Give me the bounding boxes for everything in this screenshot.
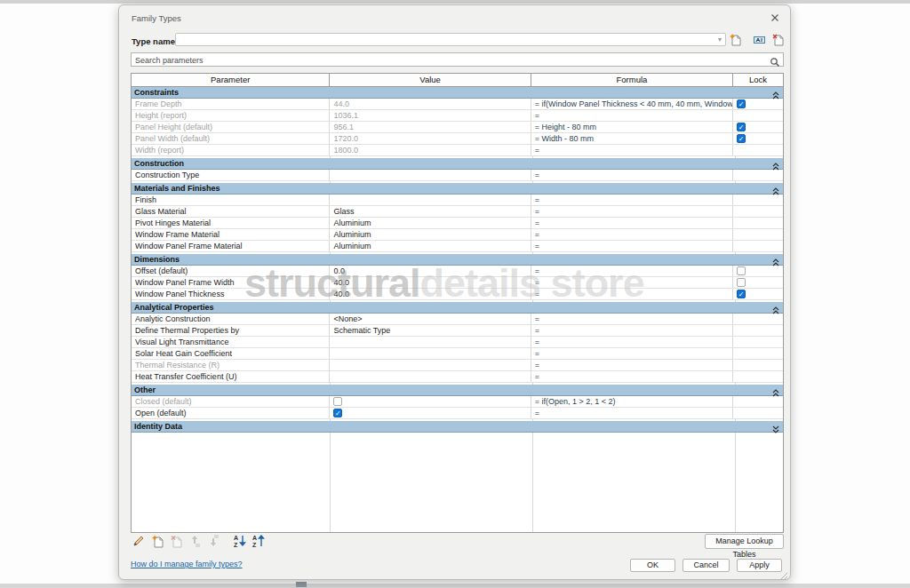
table-row: Window Panel Thickness40.0=✓ [132, 289, 783, 300]
formula-cell[interactable]: = [531, 371, 733, 382]
formula-cell[interactable]: = [531, 218, 733, 228]
apply-button[interactable]: Apply [737, 559, 782, 572]
value-cell[interactable]: 40.0 [330, 289, 531, 299]
section-header[interactable]: Analytical Properties [132, 302, 783, 314]
move-parameter-down-icon[interactable] [206, 534, 220, 548]
column-header-value[interactable]: Value [330, 74, 531, 86]
delete-type-button[interactable] [771, 33, 785, 46]
chevrons-up-icon[interactable] [772, 303, 779, 319]
value-checkbox[interactable] [333, 397, 342, 406]
param-cell: Define Thermal Properties by [132, 325, 330, 336]
edit-parameter-icon[interactable] [132, 534, 146, 548]
value-cell[interactable]: 1036.1 [330, 110, 531, 121]
value-cell[interactable] [330, 170, 531, 180]
section-header[interactable]: Identity Data [132, 421, 783, 433]
help-link[interactable]: How do I manage family types? [131, 560, 243, 568]
value-cell[interactable]: 44.0 [330, 99, 531, 109]
formula-cell[interactable]: = [531, 110, 733, 121]
lock-checkbox[interactable] [737, 266, 746, 275]
background-notch [296, 582, 307, 587]
lock-checkbox[interactable]: ✓ [737, 99, 746, 108]
formula-cell[interactable]: = [531, 170, 733, 180]
formula-cell[interactable]: = [531, 314, 733, 324]
section-header[interactable]: Constraints [132, 87, 783, 99]
value-cell[interactable] [330, 195, 531, 205]
formula-cell[interactable]: = [531, 266, 733, 276]
value-cell[interactable] [330, 348, 531, 359]
value-cell[interactable]: Schematic Type [330, 325, 531, 336]
lock-cell [733, 360, 783, 370]
cancel-button[interactable]: Cancel [682, 559, 730, 572]
lock-checkbox[interactable]: ✓ [737, 290, 746, 298]
value-cell[interactable]: Glass [330, 206, 531, 217]
value-checkbox[interactable]: ✓ [333, 409, 342, 417]
chevrons-down-icon[interactable] [772, 422, 779, 438]
formula-cell[interactable]: = Height - 80 mm [531, 122, 733, 132]
formula-cell[interactable]: = [531, 289, 733, 299]
lock-checkbox[interactable] [737, 278, 746, 287]
ok-button[interactable]: OK [630, 559, 675, 572]
chevrons-up-icon[interactable] [772, 159, 779, 175]
new-type-button[interactable] [729, 33, 742, 46]
value-cell[interactable]: 40.0 [330, 277, 531, 288]
lock-checkbox[interactable]: ✓ [737, 134, 746, 143]
value-cell[interactable] [330, 371, 531, 382]
resize-grip-icon[interactable] [779, 568, 788, 577]
sort-ascending-icon[interactable]: AZ [233, 534, 247, 548]
value-cell[interactable]: 0.0 [330, 266, 531, 276]
lock-cell [733, 325, 783, 336]
rename-type-button[interactable] [753, 33, 766, 46]
chevrons-up-icon[interactable] [772, 184, 779, 200]
chevrons-up-icon[interactable] [772, 255, 779, 271]
value-cell[interactable] [330, 396, 531, 407]
formula-cell[interactable]: = if(Open, 1 > 2, 1 < 2) [531, 396, 733, 407]
chevrons-up-icon[interactable] [772, 385, 779, 401]
value-cell[interactable]: <None> [330, 314, 531, 324]
value-cell[interactable]: Aluminium [330, 241, 531, 251]
formula-cell[interactable]: = [531, 360, 733, 370]
value-cell[interactable]: 956.1 [330, 122, 531, 132]
section-header[interactable]: Other [132, 385, 783, 396]
value-cell[interactable]: ✓ [330, 408, 531, 418]
value-cell[interactable]: 1720.0 [330, 133, 531, 144]
manage-lookup-tables-button[interactable]: Manage Lookup Tables [705, 534, 784, 549]
formula-cell[interactable]: = [531, 277, 733, 288]
chevrons-up-icon[interactable] [772, 88, 779, 104]
table-row: Height (report)1036.1= [132, 110, 783, 122]
section-header[interactable]: Materials and Finishes [132, 183, 783, 195]
formula-cell[interactable]: = [531, 241, 733, 251]
formula-cell[interactable]: = [531, 337, 733, 347]
formula-cell[interactable]: = [531, 145, 733, 155]
search-input[interactable] [135, 54, 766, 66]
column-header-formula[interactable]: Formula [531, 74, 733, 86]
value-cell[interactable]: Aluminium [330, 229, 531, 240]
formula-cell[interactable]: = if(Window Panel Thickness < 40 mm, 40 … [531, 99, 733, 109]
param-cell: Finish [132, 195, 330, 205]
formula-cell[interactable]: = [531, 325, 733, 336]
type-name-select[interactable]: ▾ [175, 33, 726, 46]
column-header-parameter[interactable]: Parameter [132, 74, 330, 86]
section-header[interactable]: Dimensions [132, 254, 783, 266]
value-cell[interactable]: 1800.0 [330, 145, 531, 155]
formula-cell[interactable]: = [531, 348, 733, 359]
new-parameter-icon[interactable] [150, 534, 164, 548]
formula-cell[interactable]: = [531, 206, 733, 217]
value-cell[interactable]: Aluminium [330, 218, 531, 228]
formula-cell[interactable]: = [531, 408, 733, 418]
section-header[interactable]: Construction [132, 158, 783, 170]
param-cell: Heat Transfer Coefficient (U) [132, 371, 330, 382]
formula-cell[interactable]: = [531, 195, 733, 205]
value-cell[interactable] [330, 360, 531, 370]
param-cell: Pivot Hinges Material [132, 218, 330, 228]
delete-parameter-icon[interactable] [169, 534, 183, 548]
table-row: Analytic Construction<None>= [132, 314, 783, 325]
formula-cell[interactable]: = Width - 80 mm [531, 133, 733, 144]
column-header-lock[interactable]: Lock [733, 74, 783, 86]
close-icon[interactable] [769, 12, 781, 24]
lock-checkbox[interactable]: ✓ [737, 123, 746, 131]
move-parameter-up-icon[interactable] [188, 534, 202, 548]
lock-cell [733, 337, 783, 347]
formula-cell[interactable]: = [531, 229, 733, 240]
value-cell[interactable] [330, 337, 531, 347]
sort-descending-icon[interactable]: AZ [251, 534, 266, 548]
